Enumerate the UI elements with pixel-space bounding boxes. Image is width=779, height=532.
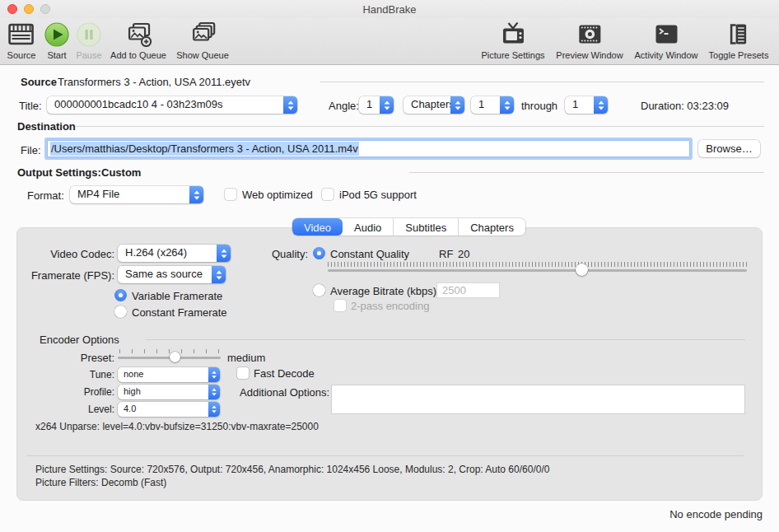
video-codec-label: Video Codec: bbox=[0, 248, 114, 260]
constant-framerate-radio[interactable] bbox=[114, 306, 127, 318]
format-label: Format: bbox=[27, 189, 64, 202]
output-settings-header: Output Settings: bbox=[17, 166, 101, 179]
destination-separator bbox=[76, 126, 764, 127]
picture-settings-button[interactable]: Picture Settings bbox=[481, 20, 544, 60]
variable-framerate-radio[interactable] bbox=[114, 289, 127, 301]
two-pass-label: 2-pass encoding bbox=[351, 300, 429, 312]
preset-slider[interactable] bbox=[118, 349, 221, 364]
status-text: No encode pending bbox=[669, 508, 763, 520]
destination-header: Destination bbox=[17, 120, 76, 133]
preview-window-label: Preview Window bbox=[556, 50, 623, 60]
activity-window-button[interactable]: Activity Window bbox=[634, 20, 697, 60]
picture-filters-summary: Picture Filters: Decomb (Fast) bbox=[35, 477, 166, 488]
preset-value: medium bbox=[227, 352, 265, 364]
title-popup[interactable]: 000000001bcadc10 4 - 03h23m09s bbox=[47, 96, 297, 114]
quality-slider[interactable] bbox=[328, 262, 747, 275]
show-queue-button[interactable]: Show Queue bbox=[176, 20, 229, 60]
file-path-text: /Users/matthias/Desktop/Transformers 3 -… bbox=[50, 142, 359, 156]
popup-stepper-icon bbox=[208, 385, 220, 399]
additional-options-label: Additional Options: bbox=[240, 386, 329, 399]
quality-slider-ticks bbox=[328, 262, 747, 267]
tv-icon bbox=[499, 20, 527, 49]
chapter-end-popup[interactable]: 1 bbox=[565, 96, 608, 114]
video-codec-popup[interactable]: H.264 (x264) bbox=[118, 245, 231, 262]
popup-stepper-icon bbox=[500, 96, 514, 114]
window-title: HandBrake bbox=[0, 3, 779, 16]
browse-button[interactable]: Browse… bbox=[698, 140, 760, 157]
web-optimized-label: Web optimized bbox=[242, 189, 313, 201]
web-optimized-checkbox[interactable] bbox=[225, 189, 236, 200]
add-to-queue-label: Add to Queue bbox=[110, 50, 166, 60]
average-bitrate-input: 2500 bbox=[436, 282, 500, 298]
encoder-options-header: Encoder Options bbox=[40, 334, 119, 346]
quality-label: Quality: bbox=[272, 248, 308, 260]
picture-settings-label: Picture Settings bbox=[481, 50, 544, 60]
file-label: File: bbox=[21, 144, 41, 156]
popup-stepper-icon bbox=[283, 96, 297, 114]
average-bitrate-label: Average Bitrate (kbps): bbox=[330, 285, 440, 297]
rf-value: 20 bbox=[458, 248, 469, 260]
fast-decode-checkbox[interactable] bbox=[237, 367, 249, 379]
tab-audio[interactable]: Audio bbox=[343, 218, 394, 236]
preview-window-button[interactable]: Preview Window bbox=[556, 20, 623, 60]
ipod-support-checkbox[interactable] bbox=[322, 189, 334, 200]
output-settings-separator bbox=[409, 172, 764, 173]
profile-popup[interactable]: high bbox=[118, 385, 220, 399]
preset-label: Preset: bbox=[0, 352, 114, 364]
popup-stepper-icon bbox=[594, 96, 608, 114]
encoder-options-separator bbox=[146, 339, 745, 340]
average-bitrate-radio[interactable] bbox=[313, 284, 325, 296]
summary-separator bbox=[26, 455, 744, 456]
popup-stepper-icon bbox=[212, 266, 226, 283]
preview-eye-icon bbox=[576, 20, 603, 49]
pause-icon bbox=[76, 20, 102, 49]
fast-decode-label: Fast Decode bbox=[254, 367, 315, 380]
show-queue-icon bbox=[189, 20, 217, 49]
toggle-presets-button[interactable]: Toggle Presets bbox=[709, 20, 769, 60]
profile-label: Profile: bbox=[0, 386, 114, 398]
tab-bar: Video Audio Subtitles Chapters bbox=[292, 218, 525, 236]
add-queue-icon bbox=[124, 20, 153, 49]
toolbar: Source Start Pause Add to Queue Show Que… bbox=[0, 18, 779, 65]
source-filename: Transformers 3 - Action, USA 2011.eyetv bbox=[58, 76, 250, 88]
file-path-input[interactable]: /Users/matthias/Desktop/Transformers 3 -… bbox=[47, 140, 690, 157]
preset-slider-thumb[interactable] bbox=[170, 352, 180, 362]
popup-stepper-icon bbox=[380, 96, 394, 114]
popup-stepper-icon bbox=[450, 96, 464, 114]
clapperboard-icon bbox=[7, 20, 35, 49]
variable-framerate-label: Variable Framerate bbox=[132, 290, 222, 302]
framerate-popup[interactable]: Same as source bbox=[118, 266, 226, 283]
quality-slider-thumb[interactable] bbox=[576, 264, 588, 276]
source-button[interactable]: Source bbox=[7, 20, 36, 60]
chapter-start-popup[interactable]: 1 bbox=[471, 96, 514, 114]
start-label: Start bbox=[47, 50, 66, 60]
level-popup[interactable]: 4.0 bbox=[118, 402, 220, 417]
x264-unparse-text: x264 Unparse: level=4.0:vbv-bufsize=3125… bbox=[35, 421, 319, 432]
output-settings-preset: Custom bbox=[101, 166, 141, 179]
tab-subtitles[interactable]: Subtitles bbox=[394, 218, 459, 236]
range-type-popup[interactable]: Chapters bbox=[403, 96, 464, 114]
popup-stepper-icon bbox=[189, 186, 203, 203]
show-queue-label: Show Queue bbox=[176, 50, 229, 60]
tab-video[interactable]: Video bbox=[292, 218, 343, 236]
ipod-support-label: iPod 5G support bbox=[339, 189, 417, 201]
constant-quality-radio[interactable] bbox=[313, 247, 325, 259]
additional-options-textarea[interactable] bbox=[331, 385, 745, 414]
start-button[interactable]: Start bbox=[44, 20, 70, 60]
play-icon bbox=[44, 20, 70, 49]
format-popup[interactable]: MP4 File bbox=[70, 186, 203, 203]
framerate-label: Framerate (FPS): bbox=[0, 269, 114, 282]
level-label: Level: bbox=[0, 404, 114, 415]
angle-popup[interactable]: 1 bbox=[359, 96, 394, 114]
tab-chapters[interactable]: Chapters bbox=[459, 218, 525, 236]
duration-value: Duration: 03:23:09 bbox=[641, 100, 729, 112]
constant-quality-label: Constant Quality bbox=[330, 248, 409, 260]
toggle-presets-label: Toggle Presets bbox=[709, 50, 769, 60]
add-to-queue-button[interactable]: Add to Queue bbox=[110, 20, 166, 60]
popup-stepper-icon bbox=[217, 245, 231, 262]
title-bar: HandBrake bbox=[0, 0, 779, 18]
tune-popup[interactable]: none bbox=[118, 367, 220, 382]
rf-label: RF bbox=[439, 248, 453, 260]
terminal-icon bbox=[653, 20, 679, 49]
source-separator bbox=[320, 82, 764, 82]
